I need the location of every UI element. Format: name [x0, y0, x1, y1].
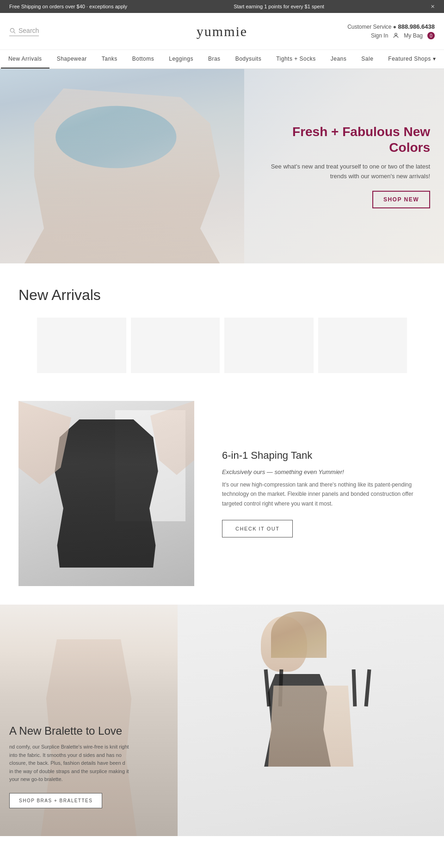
product-tagline: Exclusively ours — something even Yummie… [222, 468, 426, 475]
announcement-bar: Free Shipping on orders over $40 · excep… [0, 0, 444, 13]
bralette-right-image [178, 605, 444, 836]
product-card-2[interactable] [131, 318, 220, 373]
customer-service: Customer Service ● 888.986.6438 [333, 23, 435, 30]
hero-subtitle: See what's new and treat yourself to one… [254, 162, 430, 181]
sign-in-bag: Sign In My Bag 0 [333, 32, 435, 39]
bralette-description: nd comfy, our Surplice Bralette's wire-f… [9, 743, 130, 784]
bralette-section: A New Bralette to Love nd comfy, our Sur… [0, 605, 444, 836]
hero-title: Fresh + Fabulous New Colors [254, 124, 430, 155]
header-left: Search [9, 27, 102, 36]
announcement-left: Free Shipping on orders over $40 · excep… [9, 4, 127, 9]
shaping-tank-image [18, 401, 194, 586]
product-info: 6-in-1 Shaping Tank Exclusively ours — s… [222, 450, 426, 537]
hero-content: Fresh + Fabulous New Colors See what's n… [254, 124, 430, 208]
sign-in-link[interactable]: Sign In [371, 32, 388, 39]
svg-line-1 [14, 31, 15, 33]
new-arrivals-section: New Arrivals [0, 263, 444, 382]
nav-item-bodysuits[interactable]: Bodysuits [228, 50, 269, 69]
shop-bras-button[interactable]: SHOP BRAS + BRALETTES [9, 793, 102, 808]
product-card-3[interactable] [224, 318, 314, 373]
new-arrivals-title: New Arrivals [18, 287, 426, 304]
main-nav: New Arrivals Shapewear Tanks Bottoms Leg… [0, 50, 444, 69]
bag-count: 0 [427, 32, 435, 39]
svg-point-2 [395, 33, 397, 36]
phone-number: 888.986.6438 [398, 23, 435, 30]
shop-new-button[interactable]: SHOP NEW [372, 191, 430, 208]
search-box[interactable]: Search [9, 27, 39, 36]
product-image-inner [18, 401, 194, 586]
header-right: Customer Service ● 888.986.6438 Sign In … [333, 23, 435, 39]
bralette-text-overlay: A New Bralette to Love nd comfy, our Sur… [9, 724, 130, 808]
nav-item-featured[interactable]: Featured Shops ▾ [381, 50, 443, 69]
hero-banner: Fresh + Fabulous New Colors See what's n… [0, 69, 444, 263]
svg-point-0 [10, 28, 14, 32]
site-logo[interactable]: yummie [197, 24, 247, 39]
my-bag-link[interactable]: My Bag [404, 32, 423, 39]
nav-item-jeans[interactable]: Jeans [323, 50, 354, 69]
shaping-tank-feature: 6-in-1 Shaping Tank Exclusively ours — s… [0, 382, 444, 605]
check-it-out-button[interactable]: CHECK IT OUT [222, 520, 293, 537]
product-card-4[interactable] [318, 318, 407, 373]
bralette-title: A New Bralette to Love [9, 724, 130, 737]
bralette-left-image: A New Bralette to Love nd comfy, our Sur… [0, 605, 178, 836]
search-placeholder: Search [18, 27, 39, 34]
product-card-1[interactable] [37, 318, 126, 373]
nav-item-bras[interactable]: Bras [201, 50, 228, 69]
product-name: 6-in-1 Shaping Tank [222, 450, 426, 462]
announcement-right: Start earning 1 points for every $1 spen… [234, 4, 324, 9]
nav-item-shapewear[interactable]: Shapewear [49, 50, 94, 69]
nav-item-tanks[interactable]: Tanks [94, 50, 125, 69]
site-header: Search yummie Customer Service ● 888.986… [0, 13, 444, 50]
customer-service-label: Customer Service ● [347, 24, 396, 30]
product-description: It's our new high-compression tank and t… [222, 480, 426, 508]
person-icon [393, 32, 399, 39]
close-announcement-button[interactable]: ✕ [431, 4, 435, 10]
nav-item-leggings[interactable]: Leggings [161, 50, 201, 69]
nav-item-tights[interactable]: Tights + Socks [269, 50, 323, 69]
product-cards-row [18, 318, 426, 373]
hero-model-image [0, 69, 244, 263]
nav-item-sale[interactable]: Sale [354, 50, 381, 69]
nav-item-bottoms[interactable]: Bottoms [125, 50, 162, 69]
nav-item-new-arrivals[interactable]: New Arrivals [1, 50, 49, 69]
search-icon [9, 27, 16, 34]
